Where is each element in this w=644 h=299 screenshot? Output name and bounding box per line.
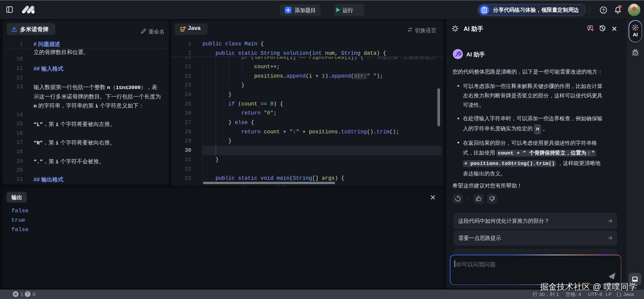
- svg-text:?: ?: [602, 8, 605, 13]
